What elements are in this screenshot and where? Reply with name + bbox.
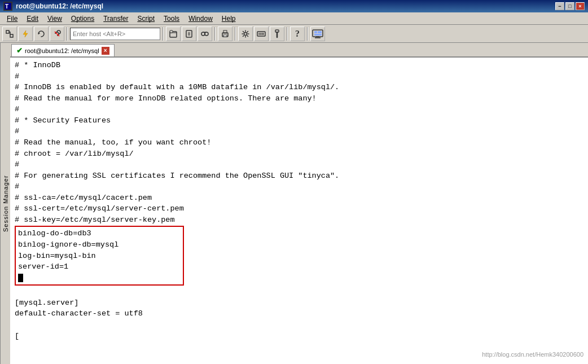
terminal-line-3: # InnoDB is enabled by default with a 10…: [15, 82, 583, 93]
svg-rect-35: [314, 34, 322, 36]
highlighted-region: binlog-do-db=db3 binlog-ignore-db=mysql …: [15, 226, 583, 286]
svg-rect-3: [10, 34, 13, 37]
print-icon[interactable]: [218, 27, 232, 41]
menu-script[interactable]: Script: [133, 14, 159, 24]
svg-point-16: [205, 32, 208, 36]
menu-options[interactable]: Options: [67, 14, 99, 24]
terminal-line-charset: default-character-set = utf8: [15, 308, 583, 319]
main-layout: Session Manager ✔ root@ubuntu12: /etc/my…: [0, 43, 588, 364]
lightning-icon[interactable]: [18, 27, 33, 41]
svg-point-22: [244, 32, 247, 35]
terminal-line-11: # For generating SSL certificates I reco…: [15, 170, 583, 182]
keyboard-icon[interactable]: [254, 27, 269, 41]
window-controls: − □ ×: [555, 2, 585, 10]
toolbar-separator-3: [214, 27, 216, 41]
tools-icon[interactable]: [270, 27, 284, 41]
terminal-line-bracket: [: [15, 331, 583, 342]
svg-point-15: [201, 32, 205, 36]
svg-marker-7: [38, 32, 40, 34]
settings-icon[interactable]: [238, 27, 253, 41]
svg-rect-2: [6, 30, 9, 33]
terminal-line-12: #: [15, 181, 583, 192]
tab-check-icon: ✔: [16, 46, 23, 55]
toolbar-separator-4: [235, 27, 236, 41]
svg-rect-23: [257, 32, 265, 36]
toolbar-separator-5: [287, 27, 288, 41]
menu-bar: File Edit View Options Transfer Script T…: [0, 12, 588, 25]
text-cursor: [18, 274, 23, 282]
svg-rect-21: [223, 35, 227, 37]
terminal-blank-line2: [15, 319, 583, 331]
connect-icon[interactable]: [2, 27, 17, 41]
terminal-line-13: # ssl-ca=/etc/mysql/cacert.pem: [15, 192, 583, 204]
terminal-line-5: #: [15, 104, 583, 115]
terminal-highlighted-line-3: log-bin=mysql-bin: [18, 251, 181, 262]
terminal-blank-line: [15, 286, 583, 297]
svg-rect-33: [314, 31, 317, 33]
app-icon: T: [3, 2, 12, 11]
svg-rect-34: [318, 31, 322, 33]
terminal-highlighted-line-2: binlog-ignore-db=mysql: [18, 239, 181, 251]
tab-bar: ✔ root@ubuntu12: /etc/mysql ×: [10, 43, 588, 56]
terminal-line-4: # Read the manual for more InnoDB relate…: [15, 93, 583, 104]
tab-label: root@ubuntu12: /etc/mysql: [25, 47, 99, 54]
menu-edit[interactable]: Edit: [22, 14, 43, 24]
binoculars-icon[interactable]: [198, 27, 212, 41]
tab-close-button[interactable]: ×: [102, 47, 109, 55]
terminal-line-14: # ssl-cert=/etc/mysql/server-cert.pem: [15, 203, 583, 214]
menu-transfer[interactable]: Transfer: [99, 14, 133, 24]
terminal-cursor-line: [18, 273, 181, 284]
menu-window[interactable]: Window: [184, 14, 217, 24]
filemanager-icon[interactable]: [166, 27, 181, 41]
svg-text:T: T: [5, 3, 8, 10]
reconnect-icon[interactable]: [34, 27, 49, 41]
host-input[interactable]: [70, 28, 160, 40]
newfile-icon[interactable]: [182, 27, 196, 41]
terminal-highlighted-line-4: server-id=1: [18, 261, 181, 273]
menu-help[interactable]: Help: [217, 14, 240, 24]
terminal-line-mysql-server: [mysql.server]: [15, 297, 583, 309]
title-bar: T root@ubuntu12: /etc/mysql − □ ×: [0, 0, 588, 12]
session-manager-sidebar[interactable]: Session Manager: [0, 43, 10, 364]
watermark: http://blog.csdn.net/Hemk340200600: [482, 350, 583, 359]
maximize-button[interactable]: □: [565, 2, 574, 10]
terminal-tab[interactable]: ✔ root@ubuntu12: /etc/mysql ×: [11, 44, 115, 56]
title-text: root@ubuntu12: /etc/mysql: [16, 2, 555, 10]
highlighted-box: binlog-do-db=db3 binlog-ignore-db=mysql …: [15, 226, 184, 286]
svg-marker-6: [23, 30, 28, 37]
terminal-highlighted-line-1: binlog-do-db=db3: [18, 228, 181, 239]
svg-rect-10: [170, 30, 173, 33]
toolbar: ?: [0, 25, 588, 43]
terminal-line-9: # chroot = /var/lib/mysql/: [15, 148, 583, 160]
close-button[interactable]: ×: [576, 2, 585, 10]
terminal-line-8: # Read the manual, too, if you want chro…: [15, 137, 583, 148]
terminal-line-2: #: [15, 71, 583, 82]
monitor-icon[interactable]: [310, 27, 325, 41]
toolbar-separator-6: [307, 27, 308, 41]
menu-file[interactable]: File: [2, 14, 22, 24]
terminal-content[interactable]: # * InnoDB # # InnoDB is enabled by defa…: [10, 56, 588, 364]
terminal-line-15: # ssl-key=/etc/mysql/server-key.pem: [15, 214, 583, 226]
toolbar-separator-2: [163, 27, 164, 41]
terminal-line-1: # * InnoDB: [15, 60, 583, 71]
toolbar-separator-1: [67, 27, 68, 41]
terminal-line-10: #: [15, 159, 583, 170]
terminal-area: ✔ root@ubuntu12: /etc/mysql × # * InnoDB…: [10, 43, 588, 364]
menu-view[interactable]: View: [43, 14, 67, 24]
help-icon[interactable]: ?: [290, 27, 305, 41]
minimize-button[interactable]: −: [555, 2, 564, 10]
menu-tools[interactable]: Tools: [159, 14, 184, 24]
disconnect-icon[interactable]: [50, 27, 64, 41]
terminal-line-6: # * Security Features: [15, 115, 583, 126]
terminal-line-7: #: [15, 126, 583, 137]
